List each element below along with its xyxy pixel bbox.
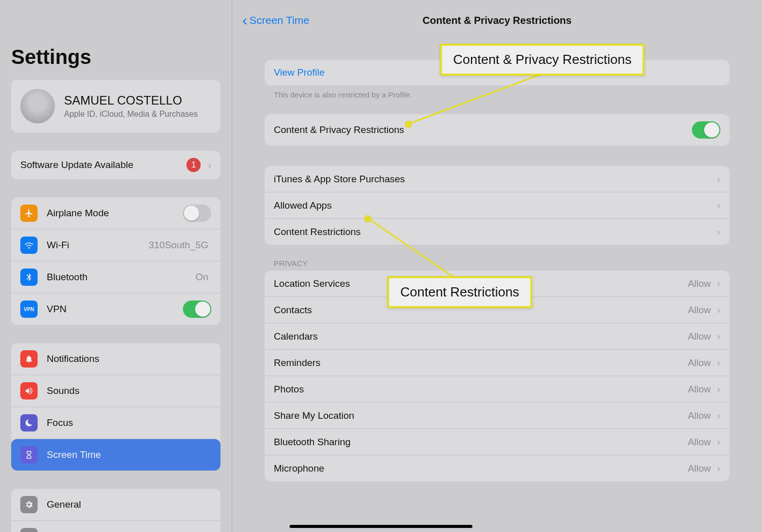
content-privacy-toggle-label: Content & Privacy Restrictions <box>274 124 692 136</box>
sidebar-item-sounds[interactable]: Sounds <box>11 375 220 407</box>
page-title: Content & Privacy Restrictions <box>423 15 572 26</box>
privacy-row-value: Allow <box>688 437 711 448</box>
speaker-icon <box>20 382 38 400</box>
sidebar-item-screen-time[interactable]: Screen Time <box>11 439 220 471</box>
chevron-right-icon: › <box>717 436 720 448</box>
chevron-right-icon: › <box>717 383 720 395</box>
software-update-label: Software Update Available <box>20 159 186 171</box>
itunes-purchases-label: iTunes & App Store Purchases <box>274 174 714 185</box>
privacy-row[interactable]: MicrophoneAllow› <box>265 455 729 481</box>
sidebar-item-general[interactable]: General <box>11 489 220 520</box>
privacy-row[interactable]: Share My LocationAllow› <box>265 402 729 428</box>
privacy-row-value: Allow <box>688 278 711 289</box>
settings-title: Settings <box>0 30 232 80</box>
chevron-right-icon: › <box>717 304 720 316</box>
user-sub: Apple ID, iCloud, Media & Purchases <box>64 110 198 119</box>
update-badge: 1 <box>186 158 201 172</box>
sliders-icon <box>20 528 38 532</box>
settings-sidebar: Settings SAMUEL COSTELLO Apple ID, iClou… <box>0 0 232 532</box>
sounds-label: Sounds <box>47 385 211 396</box>
detail-pane: ‹ Screen Time Content & Privacy Restrict… <box>232 0 762 532</box>
chevron-right-icon: › <box>717 278 720 289</box>
apple-id-card[interactable]: SAMUEL COSTELLO Apple ID, iCloud, Media … <box>11 80 220 132</box>
chevron-right-icon: › <box>208 159 211 171</box>
system-card: Notifications Sounds Focus Screen Time <box>11 343 220 471</box>
screen-time-label: Screen Time <box>47 449 211 460</box>
avatar <box>20 89 55 123</box>
sidebar-item-bluetooth[interactable]: Bluetooth On <box>11 261 220 293</box>
general-card: General Control Center <box>11 489 220 532</box>
bluetooth-icon <box>20 269 38 286</box>
privacy-row-label: Calendars <box>274 331 688 342</box>
restrictions-links-card: iTunes & App Store Purchases › Allowed A… <box>265 166 729 245</box>
callout-content-restrictions: Content Restrictions <box>387 276 532 308</box>
privacy-row-label: Microphone <box>274 463 688 474</box>
detail-header: ‹ Screen Time Content & Privacy Restrict… <box>232 0 762 41</box>
chevron-right-icon: › <box>717 200 720 211</box>
wifi-value: 310South_5G <box>149 240 208 251</box>
view-profile-link: View Profile <box>274 67 325 78</box>
sidebar-item-control-center[interactable]: Control Center <box>11 520 220 532</box>
chevron-right-icon: › <box>717 410 720 421</box>
airplane-label: Airplane Mode <box>47 208 183 219</box>
restrictions-toggle-card: Content & Privacy Restrictions <box>265 114 729 146</box>
back-label: Screen Time <box>249 14 309 26</box>
annotation-dot <box>364 215 371 222</box>
bell-icon <box>20 350 38 368</box>
home-indicator <box>290 525 472 528</box>
bluetooth-value: On <box>196 272 208 283</box>
allowed-apps-label: Allowed Apps <box>274 200 714 211</box>
sidebar-item-focus[interactable]: Focus <box>11 407 220 439</box>
privacy-row-label: Reminders <box>274 357 688 369</box>
user-name: SAMUEL COSTELLO <box>64 93 198 108</box>
itunes-purchases-row[interactable]: iTunes & App Store Purchases › <box>265 166 729 192</box>
focus-label: Focus <box>47 417 211 428</box>
privacy-row-value: Allow <box>688 410 711 421</box>
hourglass-icon <box>20 446 38 463</box>
sidebar-item-wifi[interactable]: Wi-Fi 310South_5G <box>11 229 220 261</box>
bluetooth-label: Bluetooth <box>47 272 196 283</box>
privacy-row-value: Allow <box>688 357 711 369</box>
content-restrictions-row[interactable]: Content Restrictions › <box>265 218 729 245</box>
privacy-row[interactable]: RemindersAllow› <box>265 349 729 376</box>
annotation-dot <box>405 121 412 128</box>
chevron-right-icon: › <box>717 173 720 185</box>
chevron-right-icon: › <box>717 357 720 369</box>
privacy-row-label: Photos <box>274 384 688 395</box>
content-restrictions-label: Content Restrictions <box>274 226 714 238</box>
content-privacy-toggle-row[interactable]: Content & Privacy Restrictions <box>265 114 729 146</box>
privacy-row-value: Allow <box>688 305 711 316</box>
privacy-row[interactable]: CalendarsAllow› <box>265 323 729 349</box>
vpn-icon: VPN <box>20 301 38 318</box>
privacy-row-label: Bluetooth Sharing <box>274 437 688 448</box>
profile-note: This device is also restricted by a Prof… <box>274 90 729 99</box>
privacy-row[interactable]: PhotosAllow› <box>265 376 729 402</box>
chevron-right-icon: › <box>717 330 720 342</box>
privacy-section-header: PRIVACY <box>274 259 729 268</box>
back-button[interactable]: ‹ Screen Time <box>242 14 309 26</box>
content-privacy-toggle[interactable] <box>692 121 720 139</box>
privacy-row-value: Allow <box>688 331 711 342</box>
privacy-row[interactable]: Bluetooth SharingAllow› <box>265 428 729 455</box>
wifi-settings-icon <box>20 237 38 254</box>
sidebar-item-notifications[interactable]: Notifications <box>11 343 220 375</box>
airplane-icon <box>20 205 38 222</box>
vpn-label: VPN <box>47 304 183 315</box>
chevron-right-icon: › <box>717 462 720 474</box>
wifi-label: Wi-Fi <box>47 240 149 251</box>
moon-icon <box>20 414 38 431</box>
network-card: Airplane Mode Wi-Fi 310South_5G Bluetoot… <box>11 197 220 325</box>
gear-icon <box>20 496 38 513</box>
privacy-row-value: Allow <box>688 463 711 474</box>
privacy-row-label: Share My Location <box>274 410 688 421</box>
software-update-card[interactable]: Software Update Available 1 › <box>11 151 220 179</box>
sidebar-item-airplane-mode[interactable]: Airplane Mode <box>11 197 220 229</box>
privacy-row-value: Allow <box>688 384 711 395</box>
airplane-toggle[interactable] <box>183 205 211 222</box>
chevron-right-icon: › <box>717 226 720 238</box>
notifications-label: Notifications <box>47 353 211 364</box>
allowed-apps-row[interactable]: Allowed Apps › <box>265 192 729 218</box>
callout-content-privacy: Content & Privacy Restrictions <box>440 44 645 76</box>
sidebar-item-vpn[interactable]: VPN VPN <box>11 293 220 325</box>
vpn-toggle[interactable] <box>183 301 211 318</box>
